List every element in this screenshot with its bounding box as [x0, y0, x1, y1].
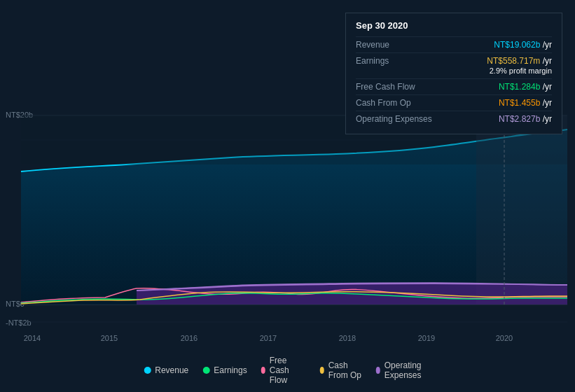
- legend-label-revenue: Revenue: [155, 365, 188, 375]
- svg-rect-9: [476, 115, 567, 304]
- legend-dot-opex: [376, 367, 380, 374]
- tooltip-row-cashop: Cash From Op NT$1.455b /yr: [356, 94, 552, 108]
- legend-revenue: Revenue: [144, 365, 188, 375]
- legend-dot-cashop: [320, 367, 324, 374]
- svg-text:2014: 2014: [24, 334, 41, 342]
- svg-text:2015: 2015: [101, 334, 118, 342]
- fcf-value: NT$1.284b /yr: [499, 82, 552, 92]
- legend-opex: Operating Expenses: [376, 360, 431, 380]
- svg-text:2019: 2019: [418, 334, 435, 342]
- legend-cashop: Cash From Op: [320, 360, 362, 380]
- tooltip-row-revenue: Revenue NT$19.062b /yr: [356, 36, 552, 50]
- legend-label-cashop: Cash From Op: [328, 360, 362, 380]
- revenue-value: NT$19.062b /yr: [494, 40, 552, 50]
- legend-dot-revenue: [144, 367, 151, 374]
- tooltip-row-fcf: Free Cash Flow NT$1.284b /yr: [356, 78, 552, 92]
- tooltip-row-opex: Operating Expenses NT$2.827b /yr: [356, 111, 552, 124]
- cashop-value: NT$1.455b /yr: [499, 98, 552, 108]
- svg-text:2016: 2016: [181, 334, 198, 342]
- chart-legend: Revenue Earnings Free Cash Flow Cash Fro…: [144, 356, 431, 385]
- legend-dot-fcf: [261, 367, 265, 374]
- tooltip-title: Sep 30 2020: [356, 20, 552, 31]
- legend-label-earnings: Earnings: [214, 365, 247, 375]
- svg-text:2017: 2017: [260, 334, 277, 342]
- cashop-label: Cash From Op: [356, 98, 411, 108]
- earnings-value: NT$558.717m /yr 2.9% profit margin: [487, 56, 552, 76]
- legend-label-fcf: Free Cash Flow: [270, 356, 306, 385]
- legend-earnings: Earnings: [202, 365, 247, 375]
- svg-text:2018: 2018: [339, 334, 356, 342]
- data-tooltip: Sep 30 2020 Revenue NT$19.062b /yr Earni…: [345, 13, 562, 134]
- legend-fcf: Free Cash Flow: [261, 356, 306, 385]
- fcf-label: Free Cash Flow: [356, 82, 415, 92]
- tooltip-row-earnings: Earnings NT$558.717m /yr 2.9% profit mar…: [356, 52, 552, 76]
- legend-label-opex: Operating Expenses: [385, 360, 431, 380]
- revenue-label: Revenue: [356, 40, 389, 50]
- opex-value: NT$2.827b /yr: [499, 114, 552, 124]
- legend-dot-earnings: [202, 367, 209, 374]
- opex-label: Operating Expenses: [356, 114, 432, 124]
- svg-text:2020: 2020: [496, 334, 513, 342]
- earnings-label: Earnings: [356, 56, 389, 66]
